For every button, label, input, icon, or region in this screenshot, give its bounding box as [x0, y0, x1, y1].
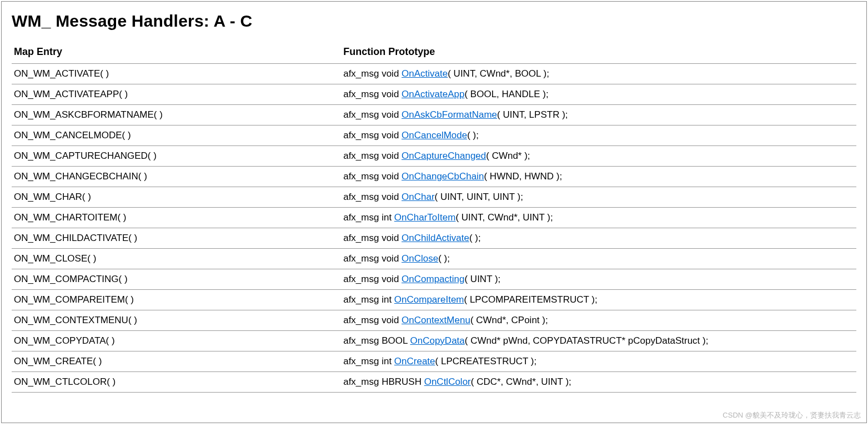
function-link[interactable]: OnCompareItem [394, 294, 464, 305]
col-header-map-entry: Map Entry [12, 43, 341, 64]
function-link[interactable]: OnContextMenu [402, 315, 470, 325]
prototype-suffix: ( LPCREATESTRUCT ); [435, 356, 537, 366]
map-entry-cell: ON_WM_CLOSE( ) [12, 249, 341, 269]
function-link[interactable]: OnChildActivate [402, 233, 469, 243]
prototype-suffix: ( ); [438, 253, 450, 264]
col-header-function-prototype: Function Prototype [341, 43, 856, 64]
table-row: ON_WM_CLOSE( )afx_msg void OnClose( ); [12, 249, 856, 269]
function-link[interactable]: OnChar [402, 192, 435, 202]
table-row: ON_WM_ASKCBFORMATNAME( )afx_msg void OnA… [12, 105, 856, 125]
function-prototype-cell: afx_msg void OnCancelMode( ); [341, 125, 856, 146]
table-row: ON_WM_CHILDACTIVATE( )afx_msg void OnChi… [12, 228, 856, 249]
function-link[interactable]: OnClose [402, 253, 438, 264]
function-link[interactable]: OnCopyData [410, 335, 465, 346]
function-prototype-cell: afx_msg void OnChar( UINT, UINT, UINT ); [341, 187, 856, 208]
function-prototype-cell: afx_msg void OnCaptureChanged( CWnd* ); [341, 146, 856, 167]
map-entry-cell: ON_WM_CONTEXTMENU( ) [12, 310, 341, 331]
document-page: WM_ Message Handlers: A - C Map Entry Fu… [1, 1, 867, 423]
map-entry-cell: ON_WM_COMPACTING( ) [12, 269, 341, 290]
function-link[interactable]: OnCompacting [402, 274, 464, 284]
function-prototype-cell: afx_msg void OnContextMenu( CWnd*, CPoin… [341, 310, 856, 331]
map-entry-cell: ON_WM_COPYDATA( ) [12, 331, 341, 351]
watermark-text: CSDN @貌美不及玲珑心，贤妻扶我青云志 [723, 410, 861, 420]
function-prototype-cell: afx_msg void OnAskCbFormatName( UINT, LP… [341, 105, 856, 125]
prototype-suffix: ( UINT, LPSTR ); [497, 109, 568, 120]
prototype-prefix: afx_msg void [343, 130, 402, 140]
function-link[interactable]: OnCancelMode [402, 130, 467, 140]
map-entry-cell: ON_WM_CHAR( ) [12, 187, 341, 208]
map-entry-cell: ON_WM_ACTIVATEAPP( ) [12, 84, 341, 105]
map-entry-cell: ON_WM_ASKCBFORMATNAME( ) [12, 105, 341, 125]
prototype-prefix: afx_msg void [343, 253, 402, 264]
prototype-suffix: ( CDC*, CWnd*, UINT ); [471, 376, 571, 387]
prototype-suffix: ( BOOL, HANDLE ); [464, 89, 548, 99]
function-link[interactable]: OnCtlColor [424, 376, 471, 387]
prototype-suffix: ( UINT, CWnd*, UINT ); [455, 212, 553, 223]
prototype-prefix: afx_msg int [343, 356, 394, 366]
table-row: ON_WM_CTLCOLOR( )afx_msg HBRUSH OnCtlCol… [12, 372, 856, 393]
function-prototype-cell: afx_msg void OnChildActivate( ); [341, 228, 856, 249]
prototype-prefix: afx_msg void [343, 150, 402, 161]
map-entry-cell: ON_WM_CAPTURECHANGED( ) [12, 146, 341, 167]
function-link[interactable]: OnCaptureChanged [402, 150, 486, 161]
function-prototype-cell: afx_msg int OnCompareItem( LPCOMPAREITEM… [341, 290, 856, 310]
prototype-prefix: afx_msg void [343, 89, 402, 99]
prototype-prefix: afx_msg int [343, 294, 394, 305]
map-entry-cell: ON_WM_ACTIVATE( ) [12, 64, 341, 84]
prototype-suffix: ( CWnd* ); [486, 150, 530, 161]
map-entry-cell: ON_WM_CREATE( ) [12, 351, 341, 372]
table-row: ON_WM_CAPTURECHANGED( )afx_msg void OnCa… [12, 146, 856, 167]
function-prototype-cell: afx_msg int OnCreate( LPCREATESTRUCT ); [341, 351, 856, 372]
function-link[interactable]: OnAskCbFormatName [402, 109, 497, 120]
function-prototype-cell: afx_msg BOOL OnCopyData( CWnd* pWnd, COP… [341, 331, 856, 351]
function-prototype-cell: afx_msg HBRUSH OnCtlColor( CDC*, CWnd*, … [341, 372, 856, 393]
table-row: ON_WM_CHAR( )afx_msg void OnChar( UINT, … [12, 187, 856, 208]
prototype-suffix: ( CWnd* pWnd, COPYDATASTRUCT* pCopyDataS… [465, 335, 709, 346]
table-row: ON_WM_CHANGECBCHAIN( )afx_msg void OnCha… [12, 167, 856, 187]
function-prototype-cell: afx_msg void OnChangeCbChain( HWND, HWND… [341, 167, 856, 187]
handlers-table: Map Entry Function Prototype ON_WM_ACTIV… [12, 43, 856, 393]
page-title: WM_ Message Handlers: A - C [12, 12, 856, 31]
function-link[interactable]: OnChangeCbChain [402, 171, 484, 182]
prototype-suffix: ( ); [469, 233, 481, 243]
function-link[interactable]: OnActivateApp [402, 89, 464, 99]
table-row: ON_WM_ACTIVATEAPP( )afx_msg void OnActiv… [12, 84, 856, 105]
table-row: ON_WM_CHARTOITEM( )afx_msg int OnCharToI… [12, 208, 856, 228]
function-link[interactable]: OnCreate [394, 356, 435, 366]
function-prototype-cell: afx_msg void OnActivate( UINT, CWnd*, BO… [341, 64, 856, 84]
prototype-prefix: afx_msg void [343, 68, 402, 79]
prototype-prefix: afx_msg void [343, 274, 402, 284]
prototype-prefix: afx_msg BOOL [343, 335, 410, 346]
prototype-suffix: ( UINT, CWnd*, BOOL ); [448, 68, 549, 79]
prototype-suffix: ( UINT ); [464, 274, 500, 284]
prototype-prefix: afx_msg HBRUSH [343, 376, 424, 387]
prototype-suffix: ( HWND, HWND ); [484, 171, 562, 182]
table-row: ON_WM_CANCELMODE( )afx_msg void OnCancel… [12, 125, 856, 146]
function-prototype-cell: afx_msg void OnClose( ); [341, 249, 856, 269]
table-row: ON_WM_CREATE( )afx_msg int OnCreate( LPC… [12, 351, 856, 372]
function-prototype-cell: afx_msg void OnActivateApp( BOOL, HANDLE… [341, 84, 856, 105]
map-entry-cell: ON_WM_CHANGECBCHAIN( ) [12, 167, 341, 187]
prototype-prefix: afx_msg void [343, 171, 402, 182]
prototype-suffix: ( ); [467, 130, 479, 140]
map-entry-cell: ON_WM_COMPAREITEM( ) [12, 290, 341, 310]
table-row: ON_WM_COMPAREITEM( )afx_msg int OnCompar… [12, 290, 856, 310]
table-header-row: Map Entry Function Prototype [12, 43, 856, 64]
prototype-suffix: ( LPCOMPAREITEMSTRUCT ); [464, 294, 598, 305]
table-row: ON_WM_COMPACTING( )afx_msg void OnCompac… [12, 269, 856, 290]
function-prototype-cell: afx_msg void OnCompacting( UINT ); [341, 269, 856, 290]
prototype-prefix: afx_msg void [343, 192, 402, 202]
map-entry-cell: ON_WM_CHARTOITEM( ) [12, 208, 341, 228]
function-prototype-cell: afx_msg int OnCharToItem( UINT, CWnd*, U… [341, 208, 856, 228]
prototype-prefix: afx_msg void [343, 109, 402, 120]
map-entry-cell: ON_WM_CTLCOLOR( ) [12, 372, 341, 393]
prototype-prefix: afx_msg int [343, 212, 394, 223]
prototype-suffix: ( UINT, UINT, UINT ); [435, 192, 523, 202]
table-row: ON_WM_COPYDATA( )afx_msg BOOL OnCopyData… [12, 331, 856, 351]
function-link[interactable]: OnCharToItem [394, 212, 456, 223]
function-link[interactable]: OnActivate [402, 68, 448, 79]
prototype-suffix: ( CWnd*, CPoint ); [470, 315, 548, 325]
prototype-prefix: afx_msg void [343, 315, 402, 325]
map-entry-cell: ON_WM_CANCELMODE( ) [12, 125, 341, 146]
table-row: ON_WM_CONTEXTMENU( )afx_msg void OnConte… [12, 310, 856, 331]
